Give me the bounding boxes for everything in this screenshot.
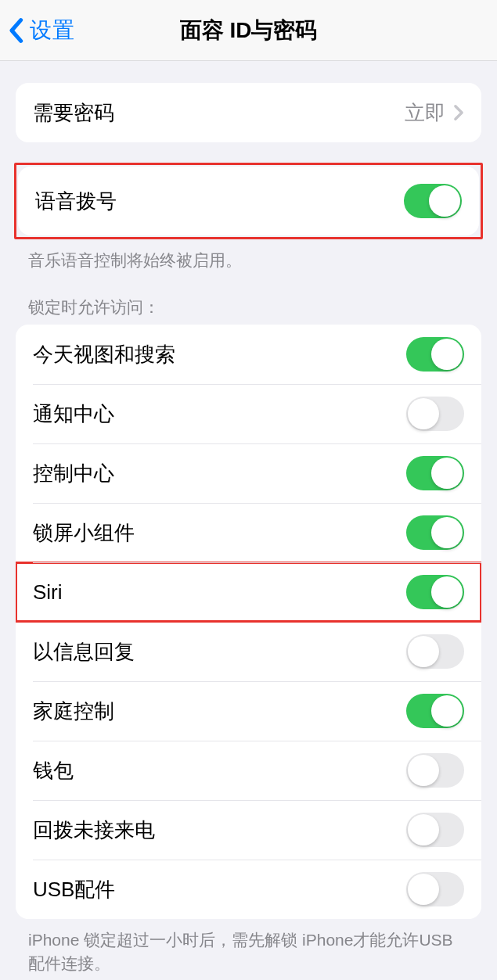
lock-access-toggle[interactable] (406, 634, 464, 669)
lock-access-toggle[interactable] (406, 753, 464, 788)
lock-access-label: USB配件 (33, 876, 406, 903)
lock-access-row[interactable]: 今天视图和搜索 (16, 325, 481, 384)
lock-access-toggle[interactable] (406, 515, 464, 550)
voice-dial-row[interactable]: 语音拨号 (18, 167, 479, 235)
lock-access-toggle[interactable] (406, 575, 464, 609)
lock-access-row[interactable]: Siri (16, 562, 481, 622)
lock-access-row[interactable]: 钱包 (16, 741, 481, 800)
lock-access-label: 以信息回复 (33, 638, 406, 666)
navbar: 设置 面容 ID与密码 (0, 0, 497, 61)
require-passcode-row[interactable]: 需要密码 立即 (16, 83, 481, 142)
lock-access-toggle[interactable] (406, 397, 464, 431)
lock-access-footer: iPhone 锁定超过一小时后，需先解锁 iPhone才能允许USB 配件连接。 (28, 928, 469, 975)
lock-access-group: 今天视图和搜索通知中心控制中心锁屏小组件Siri以信息回复家庭控制钱包回拨未接来… (16, 325, 481, 919)
lock-access-row[interactable]: 锁屏小组件 (16, 503, 481, 562)
lock-access-label: 今天视图和搜索 (33, 341, 406, 368)
lock-access-label: Siri (33, 580, 406, 605)
require-passcode-value: 立即 (405, 99, 445, 127)
lock-access-label: 通知中心 (33, 400, 406, 428)
back-button[interactable]: 设置 (0, 16, 75, 45)
lock-access-row[interactable]: 回拨未接来电 (16, 800, 481, 860)
highlight-voice-dial: 语音拨号 (14, 163, 483, 239)
lock-access-header: 锁定时允许访问： (28, 296, 469, 318)
lock-access-toggle[interactable] (406, 813, 464, 847)
voice-dial-group: 语音拨号 (18, 167, 479, 235)
lock-access-toggle[interactable] (406, 337, 464, 372)
lock-access-label: 钱包 (33, 757, 406, 784)
lock-access-toggle[interactable] (406, 872, 464, 906)
voice-dial-label: 语音拨号 (35, 188, 404, 215)
lock-access-label: 控制中心 (33, 460, 406, 487)
lock-access-row[interactable]: 以信息回复 (16, 622, 481, 681)
require-passcode-label: 需要密码 (33, 99, 405, 127)
lock-access-label: 家庭控制 (33, 698, 406, 725)
lock-access-row[interactable]: 控制中心 (16, 443, 481, 503)
chevron-right-icon (453, 104, 464, 121)
lock-access-row[interactable]: 通知中心 (16, 384, 481, 443)
back-label: 设置 (30, 16, 75, 45)
lock-access-label: 锁屏小组件 (33, 519, 406, 547)
chevron-left-icon (8, 17, 23, 44)
lock-access-row[interactable]: USB配件 (16, 860, 481, 919)
lock-access-toggle[interactable] (406, 694, 464, 728)
voice-dial-footer: 音乐语音控制将始终被启用。 (28, 249, 469, 271)
voice-dial-toggle[interactable] (404, 184, 462, 218)
passcode-group: 需要密码 立即 (16, 83, 481, 142)
lock-access-toggle[interactable] (406, 456, 464, 490)
lock-access-label: 回拨未接来电 (33, 817, 406, 844)
lock-access-row[interactable]: 家庭控制 (16, 681, 481, 741)
